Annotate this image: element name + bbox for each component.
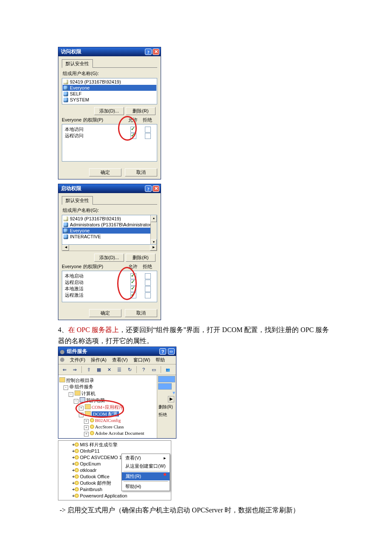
dialog-title-bar: 启动权限 ? ✕	[58, 184, 161, 193]
menu-view[interactable]: 查看(V)	[112, 357, 128, 362]
list-item: Administrators (P13167B\Administrators)	[63, 222, 156, 228]
folder-icon	[85, 411, 91, 416]
menu-item-properties[interactable]: 属性(R)	[122, 472, 170, 480]
arrow-right-icon[interactable]: ▶	[168, 396, 174, 402]
list-item: INTERACTIVE	[63, 234, 156, 240]
group-icon	[63, 98, 68, 102]
properties-icon[interactable]: ☰	[115, 365, 124, 374]
permissions-list: 本地启动 远程启动 本地激活 远程激活	[62, 271, 157, 302]
menu-item-new-window[interactable]: 从这里创建窗口(W)	[122, 462, 170, 470]
window-title: 组件服务	[67, 348, 87, 355]
help-icon[interactable]: ?	[145, 185, 152, 192]
remove-button[interactable]: 删除(R)	[126, 254, 156, 262]
collapse-icon[interactable]: -	[79, 413, 84, 417]
scrollbar-vertical[interactable]: ▲▼	[150, 215, 157, 244]
component-icon	[75, 449, 79, 453]
close-icon[interactable]: ✕	[153, 185, 159, 192]
services-icon	[69, 384, 74, 389]
expand-icon[interactable]: +	[79, 406, 84, 410]
tab-default-security[interactable]: 默认安全性	[62, 196, 93, 205]
remove-label[interactable]: 删除(R)	[157, 403, 176, 411]
refresh-icon[interactable]: ↻	[125, 365, 134, 374]
folder-icon	[75, 390, 81, 396]
add-button[interactable]: 添加(D)...	[94, 107, 124, 115]
help-icon[interactable]: ?	[145, 49, 152, 55]
computer-icon	[80, 397, 85, 402]
ok-button[interactable]: 确定	[89, 309, 121, 317]
toolbar: ⇐ ⇒ ⇧ ▦ ✕ ☰ ↻ ? ▭ 👥	[58, 364, 176, 375]
deny-label: 拒绝	[157, 411, 176, 419]
allow-checkbox[interactable]	[130, 127, 136, 133]
menu-help[interactable]: 帮助	[156, 357, 165, 362]
tree-view[interactable]: 控制台根目录 -组件服务 -计算机 -我的电脑 +COM+应用程序 -DCOM …	[58, 375, 157, 438]
scrollbar-horizontal[interactable]: ◀▶	[62, 245, 157, 251]
users-list[interactable]: 92419 (P13167B\92419) Administrators (P1…	[62, 215, 157, 245]
show-icon[interactable]: ▦	[95, 365, 103, 374]
forward-icon[interactable]: ⇒	[70, 365, 79, 374]
allow-checkbox[interactable]	[130, 133, 136, 139]
help-icon[interactable]: ?	[139, 365, 148, 374]
users-list[interactable]: 92419 (P13167B\92419) Everyone SELF SYST…	[62, 78, 157, 104]
expand-icon[interactable]: +	[84, 419, 89, 424]
tree-item-opc-server[interactable]: OPC ASVCDEMO 1	[80, 455, 121, 460]
deny-checkbox[interactable]	[145, 286, 151, 292]
menu-window[interactable]: 窗口(W)	[133, 357, 150, 362]
deny-column: 拒绝	[140, 263, 155, 270]
deny-checkbox[interactable]	[145, 127, 151, 133]
component-icon	[75, 481, 79, 485]
menu-action[interactable]: 操作(A)	[91, 357, 107, 362]
collapse-icon[interactable]: -	[74, 399, 78, 404]
deny-checkbox[interactable]	[145, 273, 151, 279]
cancel-button[interactable]: 取消	[125, 168, 157, 176]
help-icon[interactable]: ?	[159, 348, 166, 355]
add-button[interactable]: 添加(D)...	[94, 254, 124, 262]
menu-file[interactable]: 文件(F)	[70, 357, 85, 362]
list-item: 92419 (P13167B\92419)	[63, 79, 156, 85]
group-icon	[63, 92, 68, 96]
deny-checkbox[interactable]	[145, 280, 151, 286]
allow-checkbox[interactable]	[130, 292, 136, 298]
tab-default-security[interactable]: 默认安全性	[62, 59, 93, 68]
tree-snippet: +MIS 样片生成引擎 +OInfoP11 +OPC ASVCDEMO 1 +O…	[58, 440, 171, 500]
back-icon[interactable]: ⇐	[60, 365, 69, 374]
component-icon	[75, 455, 79, 460]
menu-item-help[interactable]: 帮助(H)	[122, 483, 170, 491]
menu-item-view[interactable]: 查看(V)▸	[122, 454, 170, 462]
restore-icon[interactable]: ▭	[168, 348, 175, 355]
context-menu: 查看(V)▸ 从这里创建窗口(W) 属性(R) 帮助(H)	[121, 454, 170, 491]
ok-button[interactable]: 确定	[89, 168, 121, 176]
tree-item-dcom-config[interactable]: DCOM 配置	[92, 411, 119, 416]
menu-bar[interactable]: 文件(F) 操作(A) 查看(V) 窗口(W) 帮助	[58, 356, 176, 364]
group-icon	[63, 86, 68, 90]
group-users-label: 组或用户名称(G):	[63, 70, 157, 77]
allow-column: 允许	[126, 117, 140, 123]
users-icon[interactable]: 👥	[164, 365, 172, 374]
deny-checkbox[interactable]	[145, 133, 151, 139]
dialog-title: 访问权限	[61, 48, 81, 55]
allow-checkbox[interactable]	[130, 280, 136, 286]
expand-icon[interactable]: +	[84, 432, 89, 436]
permissions-for-label: Everyone 的权限(P)	[62, 263, 126, 270]
user-icon	[63, 80, 68, 84]
collapse-icon[interactable]: -	[63, 385, 68, 390]
component-services-window: 组件服务 ? ▭ 文件(F) 操作(A) 查看(V) 窗口(W) 帮助 ⇐ ⇒ …	[58, 347, 176, 439]
allow-checkbox[interactable]	[130, 286, 136, 292]
expand-icon[interactable]: +	[84, 425, 89, 430]
export-icon[interactable]: ▭	[150, 365, 158, 374]
list-item: SYSTEM	[63, 97, 156, 103]
component-icon	[75, 487, 79, 491]
up-icon[interactable]: ⇧	[84, 365, 93, 374]
component-icon	[90, 431, 94, 435]
folder-icon	[85, 404, 91, 409]
app-icon	[60, 350, 64, 354]
cancel-button[interactable]: 取消	[125, 309, 157, 317]
allow-checkbox[interactable]	[130, 273, 136, 279]
group-icon	[63, 228, 68, 233]
access-permissions-dialog: 访问权限 ? ✕ 默认安全性 组或用户名称(G): 92419 (P13167B…	[58, 47, 161, 179]
deny-checkbox[interactable]	[145, 292, 151, 298]
close-icon[interactable]: ✕	[153, 49, 159, 55]
delete-icon[interactable]: ✕	[105, 365, 113, 374]
collapse-icon[interactable]: -	[69, 392, 73, 397]
component-icon	[75, 462, 79, 466]
remove-button[interactable]: 删除(R)	[126, 107, 156, 115]
